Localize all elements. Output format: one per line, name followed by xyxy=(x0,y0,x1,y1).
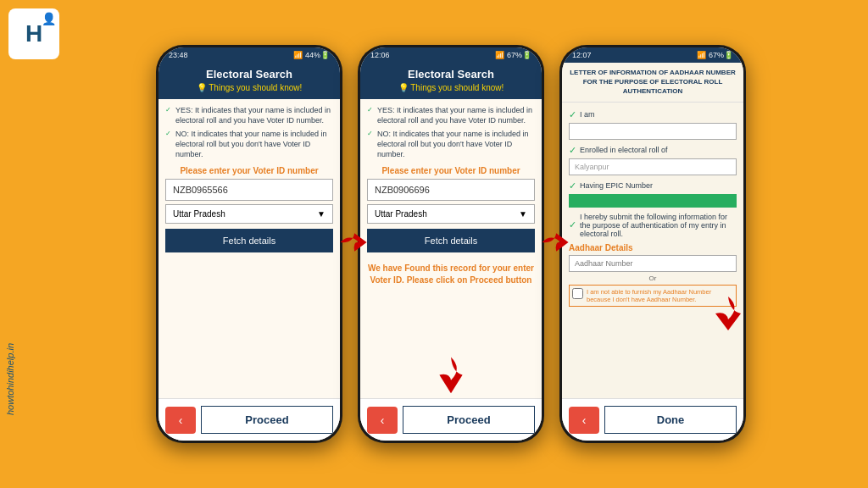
check-icon-3: ✓ xyxy=(569,180,576,191)
state-dropdown-1[interactable]: Uttar Pradesh ▼ xyxy=(165,204,333,224)
submit-group: ✓ I hereby submit the following informat… xyxy=(569,213,737,238)
app-title-1: Electoral Search xyxy=(165,68,333,80)
check-icon-1: ✓ xyxy=(569,109,576,120)
i-am-input[interactable] xyxy=(569,123,737,140)
or-text: Or xyxy=(569,274,737,282)
cannot-furnish-checkbox[interactable] xyxy=(572,288,583,299)
time-1: 23:48 xyxy=(169,51,188,59)
voter-id-label-1: Please enter your Voter ID number xyxy=(165,166,333,175)
arrow-down-2 xyxy=(434,353,468,399)
found-message: We have Found this record for your enter… xyxy=(367,263,535,286)
logo-letter: H xyxy=(25,20,42,47)
submit-label: ✓ I hereby submit the following informat… xyxy=(569,213,737,238)
aadhaar-label: Aadhaar Details xyxy=(569,243,737,252)
voter-id-input-2[interactable] xyxy=(367,179,535,201)
signal-3: 📶 67%🔋 xyxy=(697,51,733,59)
time-2: 12:06 xyxy=(370,51,390,59)
dropdown-arrow-2: ▼ xyxy=(519,209,527,219)
info-item-2a: YES: It indicates that your name is incl… xyxy=(367,106,535,125)
bottom-bar-1: ‹ Proceed xyxy=(159,398,340,441)
arrow-down-3 xyxy=(711,292,743,332)
enrolled-input[interactable] xyxy=(569,158,737,175)
voter-id-input-1[interactable] xyxy=(165,179,333,201)
app-subtitle-2: 💡 Things you should know! xyxy=(367,83,535,92)
fetch-button-2[interactable]: Fetch details xyxy=(367,229,535,252)
enrolled-label: ✓ Enrolled in electoral roll of xyxy=(569,145,737,156)
signal-2: 📶 67%🔋 xyxy=(495,51,531,59)
done-button[interactable]: Done xyxy=(604,406,737,434)
epic-value xyxy=(569,194,737,208)
letter-header: LETTER OF INFORMATION OF AADHAAR NUMBER … xyxy=(562,63,743,103)
fetch-button-1[interactable]: Fetch details xyxy=(165,229,333,252)
bottom-bar-3: ‹ Done xyxy=(562,398,743,441)
info-item-1a: YES: It indicates that your name is incl… xyxy=(165,106,333,125)
dropdown-arrow-1: ▼ xyxy=(317,209,326,219)
state-dropdown-2[interactable]: Uttar Pradesh ▼ xyxy=(367,204,535,224)
arrow-right-2 xyxy=(539,227,570,261)
app-header-1: Electoral Search 💡 Things you should kno… xyxy=(159,63,340,99)
logo-box: H 👤 xyxy=(8,8,59,59)
check-icon-4: ✓ xyxy=(569,219,576,230)
i-am-label: ✓ I am xyxy=(569,109,737,120)
time-3: 12:07 xyxy=(572,51,592,59)
phone-3: 12:07 📶 67%🔋 LETTER OF INFORMATION OF AA… xyxy=(559,45,746,443)
check-icon-2: ✓ xyxy=(569,145,576,156)
phone-2: 12:06 📶 67%🔋 Electoral Search 💡 Things y… xyxy=(358,45,544,443)
back-button-1[interactable]: ‹ xyxy=(165,407,196,434)
status-bar-1: 23:48 📶 44%🔋 xyxy=(159,47,340,63)
enrolled-group: ✓ Enrolled in electoral roll of xyxy=(569,145,737,175)
bottom-bar-2: ‹ Proceed xyxy=(360,398,542,441)
i-am-group: ✓ I am xyxy=(569,109,737,140)
status-bar-3: 12:07 📶 67%🔋 xyxy=(562,47,743,63)
watermark: howtohindihelp.in xyxy=(5,343,15,415)
letter-content: ✓ I am ✓ Enrolled in electoral roll of xyxy=(562,103,743,398)
status-bar-2: 12:06 📶 67%🔋 xyxy=(360,47,542,63)
person-icon: 👤 xyxy=(42,12,56,25)
epic-label: ✓ Having EPIC Number xyxy=(569,180,737,191)
info-item-2b: NO: It indicates that your name is inclu… xyxy=(367,130,535,159)
content-1: YES: It indicates that your name is incl… xyxy=(159,99,340,398)
back-button-2[interactable]: ‹ xyxy=(367,407,398,434)
info-item-1b: NO: It indicates that your name is inclu… xyxy=(165,130,333,159)
voter-id-label-2: Please enter your Voter ID number xyxy=(367,166,535,175)
signal-1: 📶 44%🔋 xyxy=(293,51,330,59)
back-button-3[interactable]: ‹ xyxy=(569,407,599,434)
phone-1: 23:48 📶 44%🔋 Electoral Search 💡 Things y… xyxy=(156,45,342,443)
app-subtitle-1: 💡 Things you should know! xyxy=(165,83,333,92)
proceed-button-1[interactable]: Proceed xyxy=(201,406,333,434)
aadhaar-input[interactable] xyxy=(569,255,737,272)
epic-group: ✓ Having EPIC Number xyxy=(569,180,737,208)
app-header-2: Electoral Search 💡 Things you should kno… xyxy=(360,63,542,99)
proceed-button-2[interactable]: Proceed xyxy=(403,406,535,434)
arrow-right-1 xyxy=(337,227,368,261)
app-title-2: Electoral Search xyxy=(367,68,535,80)
